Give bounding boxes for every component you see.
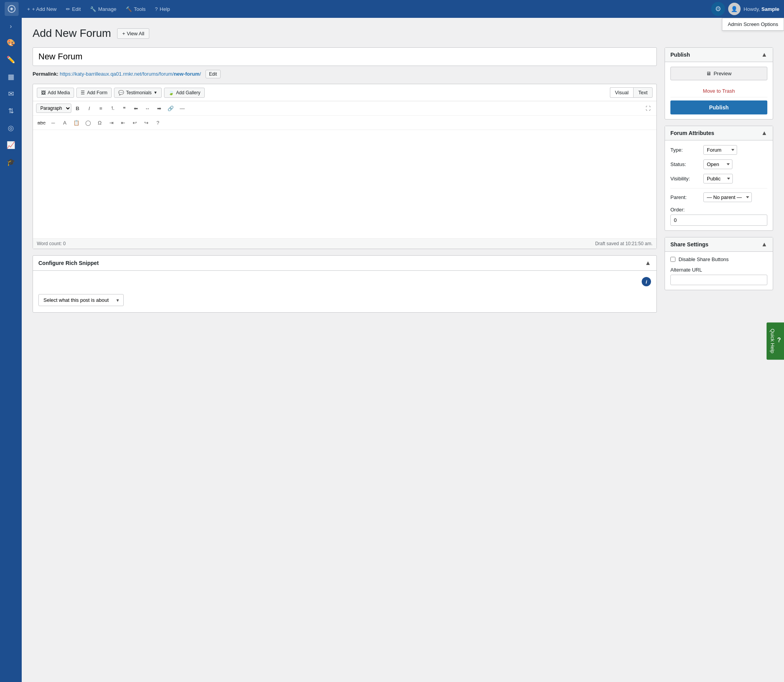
paragraph-select[interactable]: Paragraph Heading 1 Heading 2 [36, 104, 71, 113]
align-center-button[interactable]: ↔ [142, 103, 153, 113]
tab-visual[interactable]: Visual [610, 87, 633, 98]
add-gallery-button[interactable]: 🍃 Add Gallery [164, 88, 205, 98]
quick-help-question-icon: ? [777, 337, 781, 344]
quick-help-panel[interactable]: ? Quick Help [767, 322, 784, 360]
blockquote-button[interactable]: ❝ [119, 103, 130, 113]
view-all-label: View All [127, 31, 144, 36]
permalink-link[interactable]: https://katy-barrilleaux.qa01.rmkr.net/f… [60, 71, 202, 77]
order-input[interactable] [670, 215, 767, 226]
align-left-button[interactable]: ⬅ [130, 103, 141, 113]
sidebar-icon-grid[interactable]: ▦ [3, 69, 19, 85]
testimonials-button[interactable]: 💬 Testimonials ▼ [114, 88, 162, 98]
editor-layout: Permalink: https://katy-barrilleaux.qa01… [33, 47, 773, 319]
fullscreen-button[interactable]: ⛶ [642, 103, 653, 113]
sidebar-icon-target[interactable]: ◎ [3, 120, 19, 136]
forum-attributes-header[interactable]: Forum Attributes ▲ [665, 126, 773, 140]
sidebar-icon-cap[interactable]: 🎓 [3, 154, 19, 170]
indent-button[interactable]: ⇥ [106, 118, 117, 128]
settings-button[interactable]: ⚙ [711, 2, 725, 16]
chevron-down-icon: ▼ [154, 90, 157, 95]
manage-icon: 🔧 [90, 6, 96, 12]
add-media-button[interactable]: 🖼 Add Media [37, 88, 74, 98]
manage-menu[interactable]: 🔧 Manage [86, 4, 120, 14]
testimonials-icon: 💬 [118, 90, 124, 95]
tools-menu[interactable]: 🔨 Tools [122, 4, 149, 14]
align-right-button[interactable]: ➡ [154, 103, 164, 113]
alt-url-row: Alternate URL [670, 267, 767, 285]
edit-menu[interactable]: ✏ Edit [62, 4, 85, 14]
strikethrough-button[interactable]: abc [36, 118, 47, 128]
alt-url-input[interactable] [670, 275, 767, 285]
redo-button[interactable]: ↪ [141, 118, 152, 128]
publish-button[interactable]: Publish [670, 100, 767, 114]
monitor-icon: 🖥 [706, 71, 711, 76]
info-icon[interactable]: i [642, 277, 651, 286]
forum-attributes-panel: Forum Attributes ▲ Type: Forum Category … [665, 126, 773, 231]
collapse-attributes-icon[interactable]: ▲ [761, 130, 767, 137]
sidebar-icon-arrows[interactable]: ⇅ [3, 103, 19, 119]
parent-row: Parent: — No parent — [670, 192, 767, 202]
collapse-share-icon[interactable]: ▲ [761, 241, 767, 248]
parent-select[interactable]: — No parent — [703, 192, 752, 202]
disable-share-checkbox[interactable] [670, 257, 675, 262]
hr-button[interactable]: ─ [48, 118, 59, 128]
paste-text-button[interactable]: 📋 [71, 118, 82, 128]
share-settings-body: Disable Share Buttons Alternate URL [665, 252, 773, 290]
sidebar-icon-mail[interactable]: ✉ [3, 86, 19, 102]
page-title: Add New Forum [33, 27, 111, 40]
italic-button[interactable]: I [84, 103, 95, 113]
sidebar-toggle[interactable]: › [4, 21, 18, 32]
snippet-type-select[interactable]: Select what this post is about Article R… [38, 294, 124, 306]
forum-attributes-body: Type: Forum Category Status: Open Closed [665, 140, 773, 230]
add-new-menu[interactable]: + + Add New [23, 4, 60, 14]
publish-panel-body: 🖥 Preview Move to Trash Publish [665, 62, 773, 119]
main-content: Add New Forum + View All Permalink: http… [22, 18, 784, 682]
special-char-button[interactable]: Ω [94, 118, 105, 128]
link-button[interactable]: 🔗 [165, 103, 176, 113]
type-row: Type: Forum Category [670, 145, 767, 155]
editor-main-column: Permalink: https://katy-barrilleaux.qa01… [33, 47, 657, 319]
outdent-button[interactable]: ⇤ [117, 118, 128, 128]
rich-snippet-header[interactable]: Configure Rich Snippet ▲ [33, 256, 656, 271]
numbered-list-button[interactable]: ⒈ [107, 103, 118, 113]
clear-format-button[interactable]: ◯ [83, 118, 93, 128]
collapse-publish-icon[interactable]: ▲ [761, 51, 767, 58]
sidebar-icon-pen[interactable]: ✏️ [3, 52, 19, 68]
move-to-trash-link[interactable]: Move to Trash [670, 85, 767, 97]
disable-share-label[interactable]: Disable Share Buttons [679, 256, 729, 262]
app-logo[interactable] [5, 2, 19, 16]
help-toolbar-button[interactable]: ? [152, 118, 163, 128]
preview-button[interactable]: 🖥 Preview [670, 67, 767, 80]
type-select[interactable]: Forum Category [703, 145, 737, 155]
bold-button[interactable]: B [72, 103, 83, 113]
editor-content-area[interactable] [33, 130, 656, 239]
sidebar-icon-chart[interactable]: 📈 [3, 137, 19, 153]
permalink-suffix: / [200, 71, 201, 77]
parent-label: Parent: [670, 194, 703, 200]
permalink-edit-button[interactable]: Edit [205, 70, 221, 78]
view-all-button[interactable]: + View All [117, 28, 149, 39]
editor-sidebar-column: Publish ▲ 🖥 Preview Move to Trash Publis… [665, 47, 773, 296]
sidebar-icon-paint[interactable]: 🎨 [3, 35, 19, 50]
status-select[interactable]: Open Closed [703, 159, 732, 169]
quick-help-label: Quick Help [770, 329, 775, 353]
collapse-icon[interactable]: ▲ [645, 260, 651, 267]
draft-saved: Draft saved at 10:21:50 am. [595, 241, 653, 246]
word-count: Word count: 0 [37, 241, 66, 246]
visibility-select[interactable]: Public Private Hidden [703, 174, 733, 183]
more-button[interactable]: — [177, 103, 188, 113]
help-menu[interactable]: ? Help [151, 4, 174, 14]
add-form-button[interactable]: ☰ Add Form [76, 88, 112, 98]
share-settings-header[interactable]: Share Settings ▲ [665, 237, 773, 252]
undo-button[interactable]: ↩ [129, 118, 140, 128]
avatar[interactable]: 👤 [728, 3, 741, 15]
top-navigation: + + Add New ✏ Edit 🔧 Manage 🔨 Tools ? He… [0, 0, 784, 18]
text-color-button[interactable]: A [59, 118, 70, 128]
editor-box: 🖼 Add Media ☰ Add Form 💬 Testimonials ▼ … [33, 84, 657, 249]
media-icon: 🖼 [41, 90, 46, 95]
forum-title-input[interactable] [33, 47, 657, 66]
tab-text[interactable]: Text [633, 87, 653, 98]
publish-panel-header[interactable]: Publish ▲ [665, 48, 773, 62]
bullet-list-button[interactable]: ≡ [95, 103, 106, 113]
permalink-row: Permalink: https://katy-barrilleaux.qa01… [33, 70, 657, 78]
